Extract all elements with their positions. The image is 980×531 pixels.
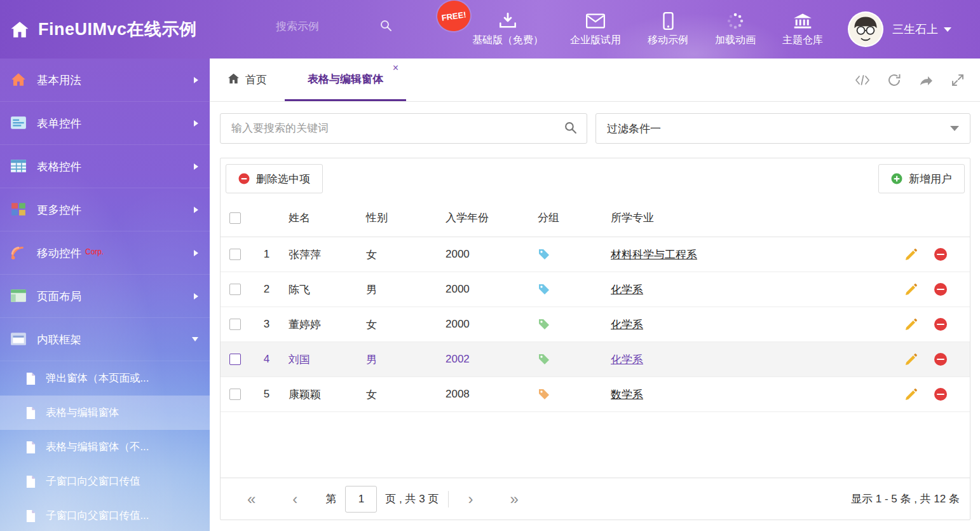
sidebar-item-label: 页面布局	[37, 289, 81, 304]
sidebar-subitem-popup-window[interactable]: 弹出窗体（本页面或...	[0, 361, 210, 396]
home-icon	[10, 72, 27, 88]
table-row[interactable]: 5 康颖颖 女 2008 数学系	[221, 377, 970, 412]
sidebar-item-form-controls[interactable]: 表单控件	[0, 102, 210, 145]
edit-icon[interactable]	[904, 248, 918, 261]
table-row[interactable]: 4 刘国 男 2002 化学系	[221, 342, 970, 377]
search-icon[interactable]	[379, 19, 392, 34]
page-number-input[interactable]	[345, 486, 377, 513]
row-number: 4	[252, 353, 281, 366]
filter-selected-value: 过滤条件一	[607, 121, 661, 136]
last-page-button[interactable]: »	[510, 492, 518, 507]
row-checkbox[interactable]	[229, 354, 241, 365]
filter-dropdown[interactable]: 过滤条件一	[595, 113, 970, 144]
header-item-basic-free[interactable]: 基础版（免费）	[459, 0, 557, 59]
edit-icon[interactable]	[904, 353, 918, 366]
table-row[interactable]: 1 张萍萍 女 2000 材料科学与工程系	[221, 237, 970, 272]
next-page-button[interactable]: ›	[468, 492, 473, 507]
close-icon[interactable]: ×	[393, 63, 398, 73]
chevron-right-icon	[194, 207, 198, 213]
major-link[interactable]: 数学系	[611, 389, 643, 401]
cell-gender: 男	[358, 282, 438, 297]
header-item-mobile-demo[interactable]: 移动示例	[634, 0, 702, 59]
sidebar-item-iframe[interactable]: 内联框架	[0, 318, 210, 361]
home-icon[interactable]	[10, 21, 29, 38]
source-code-icon[interactable]	[855, 74, 870, 86]
delete-icon[interactable]	[934, 353, 947, 366]
row-checkbox[interactable]	[229, 319, 241, 330]
sidebar-item-more-controls[interactable]: 更多控件	[0, 188, 210, 231]
table-row[interactable]: 3 董婷婷 女 2000 化学系	[221, 307, 970, 342]
search-icon[interactable]	[564, 121, 577, 137]
col-header-gender: 性别	[358, 210, 438, 225]
delete-icon[interactable]	[934, 283, 947, 296]
sidebar-item-basic-usage[interactable]: 基本用法	[0, 59, 210, 102]
header-item-loading-animation[interactable]: 加载动画	[702, 0, 769, 59]
edit-icon[interactable]	[904, 318, 918, 331]
refresh-icon[interactable]	[887, 73, 901, 87]
signal-icon	[10, 245, 27, 261]
delete-icon[interactable]	[934, 388, 947, 401]
cell-name: 陈飞	[281, 282, 358, 297]
filter-row: 过滤条件一	[220, 113, 970, 144]
cell-gender: 男	[358, 352, 438, 367]
file-icon	[25, 475, 36, 488]
cell-year: 2002	[438, 353, 530, 366]
file-icon	[25, 441, 36, 454]
fullscreen-icon[interactable]	[951, 73, 965, 87]
add-user-button[interactable]: 新增用户	[878, 164, 965, 193]
header-item-enterprise-trial[interactable]: 企业版试用	[557, 0, 634, 59]
row-checkbox[interactable]	[229, 284, 241, 295]
keyword-search-input[interactable]	[230, 121, 564, 135]
row-checkbox[interactable]	[229, 389, 241, 400]
major-link[interactable]: 化学系	[611, 319, 643, 331]
prev-page-button[interactable]: ‹	[292, 492, 297, 507]
header-search-input[interactable]	[275, 20, 379, 34]
open-in-new-icon[interactable]	[918, 74, 934, 86]
tab-label: 首页	[245, 72, 267, 87]
sidebar-subitem-child-to-parent-2[interactable]: 子窗口向父窗口传值...	[0, 499, 210, 531]
chevron-right-icon	[194, 77, 198, 83]
edit-icon[interactable]	[904, 388, 918, 401]
spinner-icon	[726, 11, 744, 31]
sidebar-item-label: 更多控件	[37, 202, 81, 217]
tab-home[interactable]: 首页	[210, 59, 285, 101]
sidebar-item-page-layout[interactable]: 页面布局	[0, 275, 210, 318]
row-checkbox[interactable]	[229, 249, 241, 260]
sidebar-subitem-grid-edit-window-2[interactable]: 表格与编辑窗体（不...	[0, 430, 210, 464]
tab-tools	[855, 59, 980, 101]
header-item-theme-repo[interactable]: 主题仓库	[769, 0, 836, 59]
sidebar-subitem-grid-edit-window[interactable]: 表格与编辑窗体	[0, 396, 210, 430]
sidebar: 基本用法 表单控件 表格控件 更多控件 移动控件 Corp. 页面布局	[0, 59, 210, 531]
first-page-button[interactable]: «	[247, 492, 255, 507]
cell-gender: 女	[358, 247, 438, 262]
table-row[interactable]: 2 陈飞 男 2000 化学系	[221, 272, 970, 307]
delete-icon[interactable]	[934, 248, 947, 261]
chevron-right-icon	[194, 250, 198, 256]
header-item-label: 基础版（免费）	[472, 34, 543, 47]
sidebar-item-grid-controls[interactable]: 表格控件	[0, 145, 210, 188]
header-item-label: 企业版试用	[570, 34, 621, 47]
layout-icon	[10, 288, 27, 304]
sidebar-item-label: 表格控件	[37, 159, 81, 174]
tab-bar: 首页 表格与编辑窗体 ×	[210, 59, 980, 102]
tab-grid-edit-window[interactable]: 表格与编辑窗体 ×	[285, 59, 406, 101]
delete-icon[interactable]	[934, 318, 947, 331]
edit-icon[interactable]	[904, 283, 918, 296]
cell-year: 2008	[438, 388, 530, 401]
select-all-checkbox[interactable]	[229, 212, 241, 224]
avatar[interactable]	[848, 11, 883, 47]
major-link[interactable]: 材料科学与工程系	[611, 249, 697, 261]
major-link[interactable]: 化学系	[611, 354, 643, 366]
tag-icon	[538, 388, 550, 401]
pagination-bar: « ‹ 第 页 , 共 3 页 › » 显示 1 - 5 条 , 共 12 条	[221, 478, 970, 520]
home-icon	[228, 73, 240, 87]
sidebar-subitem-child-to-parent[interactable]: 子窗口向父窗口传值	[0, 464, 210, 499]
tag-icon	[538, 248, 550, 261]
major-link[interactable]: 化学系	[611, 284, 643, 296]
user-menu[interactable]: 三生石上	[892, 0, 951, 59]
sidebar-item-mobile-controls[interactable]: 移动控件 Corp.	[0, 231, 210, 275]
row-number: 2	[252, 283, 281, 296]
pager-divider	[448, 491, 449, 507]
delete-selected-button[interactable]: 删除选中项	[226, 164, 323, 193]
sidebar-item-label: 表单控件	[37, 116, 81, 131]
